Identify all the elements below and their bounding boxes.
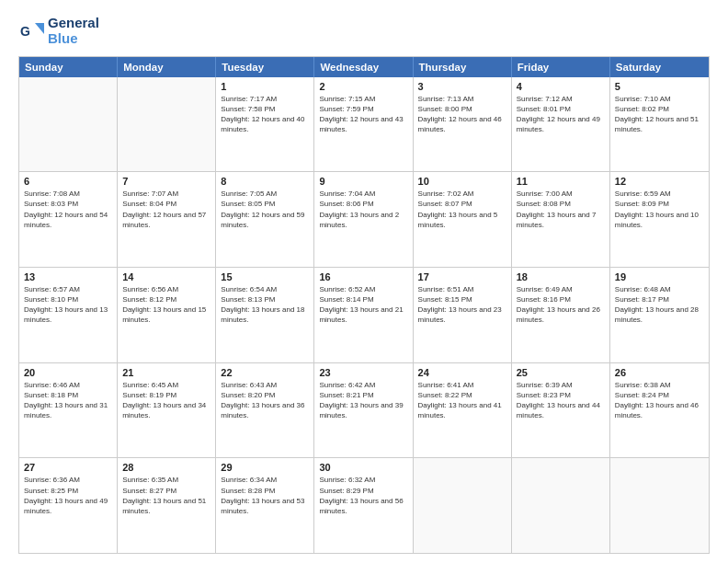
svg-text:G: G: [20, 24, 30, 39]
logo-text-line1: General: [48, 15, 99, 30]
day-number: 29: [221, 462, 309, 473]
day-header-wednesday: Wednesday: [314, 57, 413, 77]
day-number: 23: [319, 367, 407, 378]
day-info: Sunrise: 6:57 AM Sunset: 8:10 PM Dayligh…: [24, 284, 112, 326]
day-info: Sunrise: 7:10 AM Sunset: 8:02 PM Dayligh…: [615, 94, 704, 135]
calendar-cell: 1Sunrise: 7:17 AM Sunset: 7:58 PM Daylig…: [216, 77, 314, 172]
calendar-cell: 21Sunrise: 6:45 AM Sunset: 8:19 PM Dayli…: [118, 363, 216, 458]
calendar-header: SundayMondayTuesdayWednesdayThursdayFrid…: [19, 57, 709, 77]
calendar-row-4: 20Sunrise: 6:46 AM Sunset: 8:18 PM Dayli…: [19, 362, 709, 458]
day-number: 14: [122, 271, 210, 282]
day-info: Sunrise: 6:52 AM Sunset: 8:14 PM Dayligh…: [319, 284, 407, 326]
day-number: 28: [122, 462, 210, 473]
calendar-cell: 9Sunrise: 7:04 AM Sunset: 8:06 PM Daylig…: [314, 172, 413, 267]
day-info: Sunrise: 7:02 AM Sunset: 8:07 PM Dayligh…: [418, 189, 506, 230]
day-number: 7: [122, 176, 210, 187]
page-header: G General Blue: [18, 15, 710, 47]
day-number: 4: [517, 81, 605, 92]
day-info: Sunrise: 6:34 AM Sunset: 8:28 PM Dayligh…: [221, 475, 309, 516]
day-number: 25: [517, 367, 605, 378]
day-info: Sunrise: 6:46 AM Sunset: 8:18 PM Dayligh…: [24, 380, 112, 421]
day-info: Sunrise: 6:43 AM Sunset: 8:20 PM Dayligh…: [221, 380, 309, 421]
day-info: Sunrise: 6:36 AM Sunset: 8:25 PM Dayligh…: [24, 475, 112, 516]
calendar-cell: 10Sunrise: 7:02 AM Sunset: 8:07 PM Dayli…: [414, 172, 512, 267]
day-info: Sunrise: 6:56 AM Sunset: 8:12 PM Dayligh…: [122, 284, 210, 326]
calendar-cell: 4Sunrise: 7:12 AM Sunset: 8:01 PM Daylig…: [512, 77, 610, 172]
logo: G General Blue: [18, 15, 99, 47]
calendar-cell: 8Sunrise: 7:05 AM Sunset: 8:05 PM Daylig…: [216, 172, 314, 267]
calendar-cell: 2Sunrise: 7:15 AM Sunset: 7:59 PM Daylig…: [314, 77, 413, 172]
day-info: Sunrise: 6:49 AM Sunset: 8:16 PM Dayligh…: [517, 284, 605, 326]
day-info: Sunrise: 7:00 AM Sunset: 8:08 PM Dayligh…: [517, 189, 605, 230]
day-number: 5: [615, 81, 704, 92]
calendar-cell: 25Sunrise: 6:39 AM Sunset: 8:23 PM Dayli…: [512, 363, 610, 458]
calendar-cell: 13Sunrise: 6:57 AM Sunset: 8:10 PM Dayli…: [19, 268, 118, 362]
day-number: 18: [517, 271, 605, 282]
svg-marker-1: [35, 23, 44, 34]
day-number: 22: [221, 367, 309, 378]
day-info: Sunrise: 6:38 AM Sunset: 8:24 PM Dayligh…: [615, 380, 704, 421]
day-number: 15: [221, 271, 309, 282]
calendar-cell: [19, 77, 118, 172]
day-number: 1: [221, 81, 309, 92]
calendar-cell: [610, 458, 709, 553]
day-number: 2: [319, 81, 407, 92]
logo-icon: G: [18, 17, 44, 43]
day-header-friday: Friday: [512, 57, 610, 77]
calendar-cell: 22Sunrise: 6:43 AM Sunset: 8:20 PM Dayli…: [216, 363, 314, 458]
day-info: Sunrise: 6:59 AM Sunset: 8:09 PM Dayligh…: [615, 189, 704, 230]
day-number: 30: [319, 462, 407, 473]
calendar-cell: 6Sunrise: 7:08 AM Sunset: 8:03 PM Daylig…: [19, 172, 118, 267]
day-number: 3: [418, 81, 506, 92]
day-info: Sunrise: 7:13 AM Sunset: 8:00 PM Dayligh…: [418, 94, 506, 135]
day-info: Sunrise: 6:35 AM Sunset: 8:27 PM Dayligh…: [122, 475, 210, 516]
calendar-cell: 17Sunrise: 6:51 AM Sunset: 8:15 PM Dayli…: [414, 268, 512, 362]
calendar-cell: 26Sunrise: 6:38 AM Sunset: 8:24 PM Dayli…: [610, 363, 709, 458]
calendar-cell: 28Sunrise: 6:35 AM Sunset: 8:27 PM Dayli…: [118, 458, 216, 553]
day-info: Sunrise: 7:15 AM Sunset: 7:59 PM Dayligh…: [319, 94, 407, 135]
day-number: 11: [517, 176, 605, 187]
day-info: Sunrise: 7:17 AM Sunset: 7:58 PM Dayligh…: [221, 94, 309, 135]
calendar-cell: 14Sunrise: 6:56 AM Sunset: 8:12 PM Dayli…: [118, 268, 216, 362]
calendar-cell: [414, 458, 512, 553]
day-number: 13: [24, 271, 112, 282]
day-info: Sunrise: 6:45 AM Sunset: 8:19 PM Dayligh…: [122, 380, 210, 421]
day-number: 9: [319, 176, 407, 187]
day-info: Sunrise: 7:08 AM Sunset: 8:03 PM Dayligh…: [24, 189, 112, 230]
day-number: 21: [122, 367, 210, 378]
calendar-cell: 7Sunrise: 7:07 AM Sunset: 8:04 PM Daylig…: [118, 172, 216, 267]
day-number: 26: [615, 367, 704, 378]
day-number: 8: [221, 176, 309, 187]
day-info: Sunrise: 6:54 AM Sunset: 8:13 PM Dayligh…: [221, 284, 309, 326]
day-number: 17: [418, 271, 506, 282]
calendar-cell: 24Sunrise: 6:41 AM Sunset: 8:22 PM Dayli…: [414, 363, 512, 458]
day-number: 10: [418, 176, 506, 187]
calendar-row-3: 13Sunrise: 6:57 AM Sunset: 8:10 PM Dayli…: [19, 267, 709, 362]
day-info: Sunrise: 6:39 AM Sunset: 8:23 PM Dayligh…: [517, 380, 605, 421]
calendar: SundayMondayTuesdayWednesdayThursdayFrid…: [18, 56, 710, 555]
day-number: 19: [615, 271, 704, 282]
day-header-thursday: Thursday: [414, 57, 512, 77]
day-header-monday: Monday: [118, 57, 216, 77]
calendar-cell: [512, 458, 610, 553]
day-number: 24: [418, 367, 506, 378]
day-info: Sunrise: 6:51 AM Sunset: 8:15 PM Dayligh…: [418, 284, 506, 326]
calendar-cell: 11Sunrise: 7:00 AM Sunset: 8:08 PM Dayli…: [512, 172, 610, 267]
day-number: 27: [24, 462, 112, 473]
day-info: Sunrise: 7:04 AM Sunset: 8:06 PM Dayligh…: [319, 189, 407, 230]
calendar-cell: [118, 77, 216, 172]
calendar-cell: 3Sunrise: 7:13 AM Sunset: 8:00 PM Daylig…: [414, 77, 512, 172]
day-info: Sunrise: 7:05 AM Sunset: 8:05 PM Dayligh…: [221, 189, 309, 230]
calendar-cell: 18Sunrise: 6:49 AM Sunset: 8:16 PM Dayli…: [512, 268, 610, 362]
calendar-cell: 30Sunrise: 6:32 AM Sunset: 8:29 PM Dayli…: [314, 458, 413, 553]
calendar-cell: 29Sunrise: 6:34 AM Sunset: 8:28 PM Dayli…: [216, 458, 314, 553]
day-number: 20: [24, 367, 112, 378]
day-info: Sunrise: 6:48 AM Sunset: 8:17 PM Dayligh…: [615, 284, 704, 326]
day-header-sunday: Sunday: [19, 57, 118, 77]
day-number: 16: [319, 271, 407, 282]
calendar-cell: 12Sunrise: 6:59 AM Sunset: 8:09 PM Dayli…: [610, 172, 709, 267]
calendar-body: 1Sunrise: 7:17 AM Sunset: 7:58 PM Daylig…: [19, 77, 709, 554]
day-info: Sunrise: 6:32 AM Sunset: 8:29 PM Dayligh…: [319, 475, 407, 516]
calendar-cell: 27Sunrise: 6:36 AM Sunset: 8:25 PM Dayli…: [19, 458, 118, 553]
calendar-cell: 16Sunrise: 6:52 AM Sunset: 8:14 PM Dayli…: [314, 268, 413, 362]
